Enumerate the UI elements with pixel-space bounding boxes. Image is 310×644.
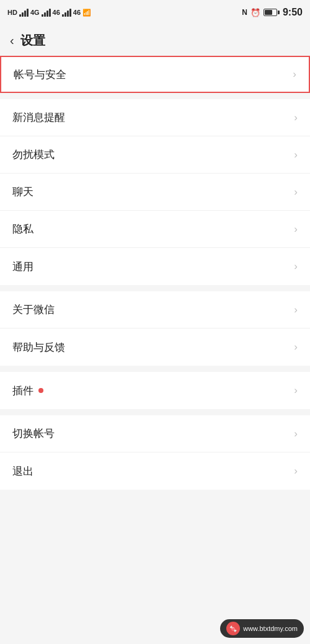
settings-item-logout[interactable]: 退出›	[0, 452, 310, 490]
settings-item-help-feedback[interactable]: 帮助与反馈›	[0, 329, 310, 366]
settings-item-plugins[interactable]: 插件›	[0, 372, 310, 409]
wifi-icon: 📶	[82, 9, 91, 17]
red-dot-plugins	[38, 388, 43, 393]
item-text-general: 通用	[12, 260, 33, 274]
battery-indicator	[264, 9, 280, 16]
status-left: HD 4G 46 46 📶	[7, 8, 91, 17]
nfc-icon: N	[242, 8, 247, 17]
alarm-icon: ⏰	[250, 8, 260, 17]
item-text-new-message-notify: 新消息提醒	[12, 110, 65, 125]
item-label-plugins: 插件	[12, 384, 43, 398]
chevron-icon-plugins: ›	[294, 384, 298, 397]
settings-section-1: 帐号与安全›	[0, 56, 310, 93]
signal-bars-3	[62, 8, 71, 17]
item-label-help-feedback: 帮助与反馈	[12, 340, 65, 355]
chevron-icon-dnd-mode: ›	[294, 149, 298, 161]
item-label-account-security: 帐号与安全	[14, 68, 66, 82]
item-text-chat: 聊天	[12, 185, 33, 199]
settings-section-2: 新消息提醒›勿扰模式›聊天›隐私›通用›	[0, 99, 310, 285]
item-label-dnd-mode: 勿扰模式	[12, 148, 55, 162]
signal-text-2: 46	[53, 9, 60, 16]
chevron-icon-privacy: ›	[294, 223, 298, 236]
settings-item-new-message-notify[interactable]: 新消息提醒›	[0, 99, 310, 136]
item-text-help-feedback: 帮助与反馈	[12, 340, 65, 355]
settings-section-3: 关于微信›帮助与反馈›	[0, 291, 310, 366]
signal-text-3: 46	[73, 9, 81, 16]
settings-section-4: 插件›	[0, 372, 310, 409]
item-label-privacy: 隐私	[12, 222, 33, 236]
item-label-new-message-notify: 新消息提醒	[12, 110, 65, 125]
settings-item-general[interactable]: 通用›	[0, 248, 310, 285]
watermark: 🍬 www.btxtdmy.com	[220, 619, 304, 638]
item-label-chat: 聊天	[12, 185, 33, 199]
settings-item-privacy[interactable]: 隐私›	[0, 211, 310, 248]
item-text-dnd-mode: 勿扰模式	[12, 148, 55, 162]
item-label-switch-account: 切换帐号	[12, 426, 55, 441]
settings-item-account-security[interactable]: 帐号与安全›	[0, 56, 310, 93]
chevron-icon-new-message-notify: ›	[294, 112, 298, 124]
page-title: 设置	[20, 32, 45, 49]
signal-bars-2	[42, 8, 51, 17]
settings-item-chat[interactable]: 聊天›	[0, 174, 310, 211]
signal-text-1: 4G	[30, 9, 40, 16]
settings-item-about-wechat[interactable]: 关于微信›	[0, 291, 310, 329]
item-text-account-security: 帐号与安全	[14, 68, 66, 82]
item-label-general: 通用	[12, 260, 33, 274]
item-text-about-wechat: 关于微信	[12, 302, 55, 317]
item-text-privacy: 隐私	[12, 222, 33, 236]
chevron-icon-about-wechat: ›	[294, 304, 298, 316]
hd-indicator: HD	[7, 9, 17, 16]
status-right: N ⏰ 9:50	[242, 7, 303, 18]
watermark-icon: 🍬	[226, 622, 240, 635]
settings-item-dnd-mode[interactable]: 勿扰模式›	[0, 136, 310, 174]
header: ‹ 设置	[0, 25, 310, 56]
watermark-text: www.btxtdmy.com	[243, 625, 298, 632]
chevron-icon-general: ›	[294, 260, 298, 273]
back-button[interactable]: ‹	[10, 33, 14, 48]
settings-section-5: 切换帐号›退出›	[0, 415, 310, 490]
item-label-logout: 退出	[12, 464, 33, 479]
chevron-icon-logout: ›	[294, 465, 298, 477]
item-text-plugins: 插件	[12, 384, 33, 398]
time-display: 9:50	[283, 7, 303, 18]
settings-container: 帐号与安全›新消息提醒›勿扰模式›聊天›隐私›通用›关于微信›帮助与反馈›插件›…	[0, 56, 310, 490]
chevron-icon-help-feedback: ›	[294, 341, 298, 353]
status-bar: HD 4G 46 46 📶 N ⏰	[0, 0, 310, 25]
item-text-logout: 退出	[12, 464, 33, 479]
chevron-icon-switch-account: ›	[294, 428, 298, 440]
item-text-switch-account: 切换帐号	[12, 426, 55, 441]
chevron-icon-account-security: ›	[293, 68, 296, 81]
settings-item-switch-account[interactable]: 切换帐号›	[0, 415, 310, 452]
signal-bars-1	[19, 8, 29, 17]
item-label-about-wechat: 关于微信	[12, 302, 55, 317]
chevron-icon-chat: ›	[294, 186, 298, 198]
